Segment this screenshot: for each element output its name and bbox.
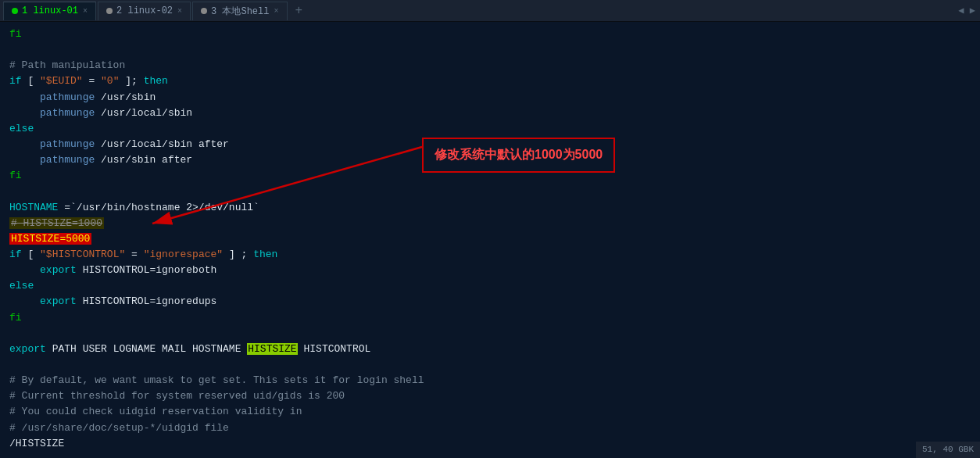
histcontrol-ignoredups: HISTCONTROL=ignoredups — [83, 295, 217, 307]
line-fi-top: fi — [9, 27, 971, 42]
tab-close-2[interactable]: × — [177, 7, 182, 16]
code-fi-mid: fi — [9, 170, 22, 181]
line-histsize-new: HISTSIZE=5000 — [9, 231, 971, 247]
eq1: = — [88, 75, 101, 87]
bracket1: [ — [27, 75, 40, 87]
export-vars-1: PATH USER LOGNAME MAIL HOSTNAME — [52, 343, 248, 355]
code-content: fi # Path manipulation if [ "$EUID" = "0… — [9, 27, 971, 452]
path-1: /usr/sbin — [101, 91, 156, 103]
kw-if2: if — [9, 249, 22, 260]
tab-label-3: 3 本地Shell — [211, 5, 269, 18]
line-else-2: else — [9, 278, 971, 294]
tab-close-3[interactable]: × — [274, 7, 278, 16]
euid-var: "$EUID" — [40, 75, 83, 87]
export-histsize-highlight: HISTSIZE — [247, 343, 297, 355]
cmd-pathmunge-3: pathmunge — [40, 138, 95, 150]
status-bar: 51, 40 GBK — [916, 442, 980, 458]
zero-val: "0" — [101, 75, 119, 87]
kw-if1: if — [9, 75, 22, 87]
line-path-comment: # Path manipulation — [9, 58, 971, 73]
line-comment-threshold: # Current threshold for system reserved … — [9, 388, 971, 404]
path-3: /usr/local/sbin after — [101, 138, 229, 150]
indent5 — [9, 264, 34, 276]
tab-close-1[interactable]: × — [83, 7, 88, 16]
tab-label-1: 1 linux-01 — [22, 5, 78, 16]
indent2 — [9, 107, 34, 119]
indent6 — [9, 295, 34, 307]
blank-3 — [9, 326, 971, 342]
tab-dot-3 — [201, 8, 207, 14]
line-export-ignoredups: export HISTCONTROL=ignoredups — [9, 294, 971, 310]
comment-uidgid: # You could check uidgid reservation val… — [9, 406, 302, 417]
tab-local-shell[interactable]: 3 本地Shell × — [192, 2, 287, 20]
tab-nav-arrows[interactable]: ◀ ▶ — [958, 5, 980, 16]
cmd-pathmunge-2: pathmunge — [40, 107, 95, 119]
tab-add-button[interactable]: + — [289, 4, 309, 18]
ignorespace-val: "ignorespace" — [144, 249, 223, 260]
kw-export1: export — [40, 264, 77, 276]
code-fi-top: fi — [9, 28, 22, 40]
histcontrol-var: "$HISTCONTROL" — [40, 249, 125, 260]
kw-then1: then — [144, 75, 168, 87]
tab-linux-02[interactable]: 2 linux-02 × — [98, 2, 191, 20]
comment-umask: # By default, we want umask to get set. … — [9, 374, 424, 386]
line-if-euid: if [ "$EUID" = "0" ]; then — [9, 73, 971, 89]
blank-1 — [9, 42, 971, 58]
kw-export2: export — [40, 295, 77, 307]
line-search-histsize: /HISTSIZE — [9, 436, 971, 452]
line-hostname: HOSTNAME =`/usr/bin/hostname 2>/dev/null… — [9, 200, 971, 216]
hostname-var: HOSTNAME — [9, 202, 58, 213]
bracket4: ] ; — [229, 249, 253, 260]
kw-else1: else — [9, 123, 34, 134]
comment-path: # Path manipulation — [9, 59, 125, 71]
status-text: 51, 40 GBK — [922, 445, 974, 454]
blank-4 — [9, 357, 971, 373]
indent1 — [9, 91, 34, 103]
path-2: /usr/local/sbin — [101, 107, 192, 119]
indent3 — [9, 138, 34, 150]
terminal-area: fi # Path manipulation if [ "$EUID" = "0… — [0, 22, 980, 458]
comment-threshold: # Current threshold for system reserved … — [9, 390, 345, 402]
eq2: = — [131, 249, 144, 260]
comment-setup: # /usr/share/doc/setup-*/uidgid file — [9, 422, 229, 434]
cmd-pathmunge-4: pathmunge — [40, 154, 95, 166]
line-fi-bot: fi — [9, 310, 971, 326]
kw-then2: then — [253, 249, 277, 260]
line-export-all: export PATH USER LOGNAME MAIL HOSTNAME H… — [9, 342, 971, 357]
tab-dot-active — [12, 8, 18, 14]
line-else-1: else — [9, 121, 971, 137]
cmd-pathmunge-1: pathmunge — [40, 91, 95, 103]
export-vars-2: HISTCONTROL — [304, 343, 371, 355]
tab-linux-01[interactable]: 1 linux-01 × — [3, 2, 96, 20]
histsize-commented-text: # HISTSIZE=1000 — [9, 217, 104, 229]
code-fi-bot: fi — [9, 312, 22, 324]
line-export-ignoreboth: export HISTCONTROL=ignoreboth — [9, 263, 971, 278]
tab-dot-2 — [106, 8, 113, 14]
annotation-text: 修改系统中默认的1000为5000 — [435, 148, 603, 161]
line-pathmunge-2: pathmunge /usr/local/sbin — [9, 106, 971, 121]
search-histsize-text: /HISTSIZE — [9, 438, 64, 449]
tab-label-2: 2 linux-02 — [116, 5, 173, 16]
kw-export-all: export — [9, 343, 46, 355]
bracket2: ]; — [125, 75, 143, 87]
line-comment-uidgid: # You could check uidgid reservation val… — [9, 404, 971, 420]
histcontrol-ignoreboth: HISTCONTROL=ignoreboth — [83, 264, 217, 276]
line-if-histcontrol: if [ "$HISTCONTROL" = "ignorespace" ] ; … — [9, 247, 971, 263]
bracket3: [ — [27, 249, 40, 260]
indent4 — [9, 154, 34, 166]
line-comment-setup: # /usr/share/doc/setup-*/uidgid file — [9, 420, 971, 436]
kw-else2: else — [9, 280, 34, 292]
tab-bar: 1 linux-01 × 2 linux-02 × 3 本地Shell × + … — [0, 0, 980, 22]
annotation-box: 修改系统中默认的1000为5000 — [422, 138, 615, 173]
line-pathmunge-1: pathmunge /usr/sbin — [9, 90, 971, 106]
hostname-eq: =`/usr/bin/hostname 2>/dev/null` — [64, 202, 259, 213]
histsize-new-text: HISTSIZE=5000 — [9, 233, 91, 245]
blank-2 — [9, 184, 971, 199]
line-comment-umask: # By default, we want umask to get set. … — [9, 373, 971, 388]
path-4: /usr/sbin after — [101, 154, 192, 166]
line-histsize-commented: # HISTSIZE=1000 — [9, 216, 971, 231]
